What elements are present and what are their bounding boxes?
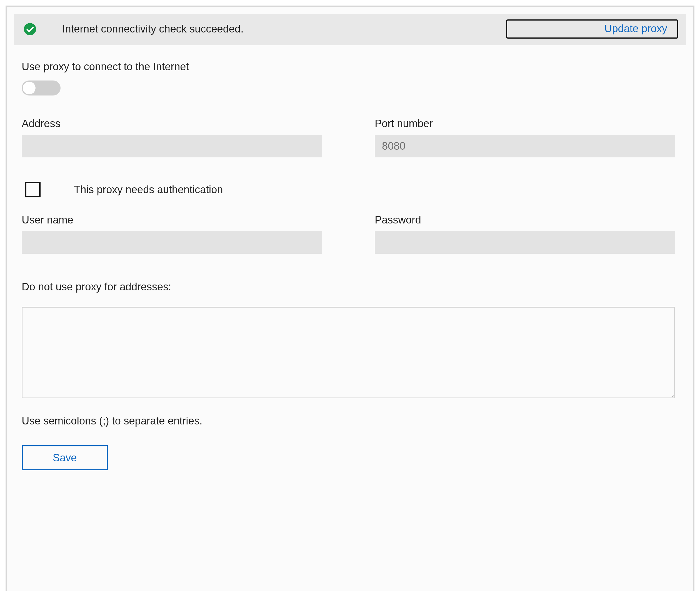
status-message: Internet connectivity check succeeded. xyxy=(48,23,495,35)
exclusion-label: Do not use proxy for addresses: xyxy=(22,281,675,293)
auth-checkbox-label: This proxy needs authentication xyxy=(74,184,223,196)
save-button[interactable]: Save xyxy=(22,445,108,470)
exclusion-textarea[interactable] xyxy=(22,307,675,398)
password-input[interactable] xyxy=(375,231,675,254)
toggle-knob xyxy=(23,82,36,94)
exclusion-help: Use semicolons (;) to separate entries. xyxy=(22,415,675,427)
proxy-settings-panel: Internet connectivity check succeeded. U… xyxy=(6,6,694,591)
port-label: Port number xyxy=(375,118,675,130)
use-proxy-toggle[interactable] xyxy=(22,80,61,95)
auth-checkbox[interactable] xyxy=(25,182,41,197)
username-input[interactable] xyxy=(22,231,322,254)
update-proxy-button[interactable]: Update proxy xyxy=(506,19,678,39)
address-input[interactable] xyxy=(22,135,322,157)
use-proxy-label: Use proxy to connect to the Internet xyxy=(22,61,675,73)
address-label: Address xyxy=(22,118,322,130)
password-label: Password xyxy=(375,214,675,226)
status-bar: Internet connectivity check succeeded. U… xyxy=(14,14,686,45)
port-input[interactable] xyxy=(375,135,675,157)
svg-point-0 xyxy=(24,23,36,35)
username-label: User name xyxy=(22,214,322,226)
check-circle-icon xyxy=(23,22,37,36)
